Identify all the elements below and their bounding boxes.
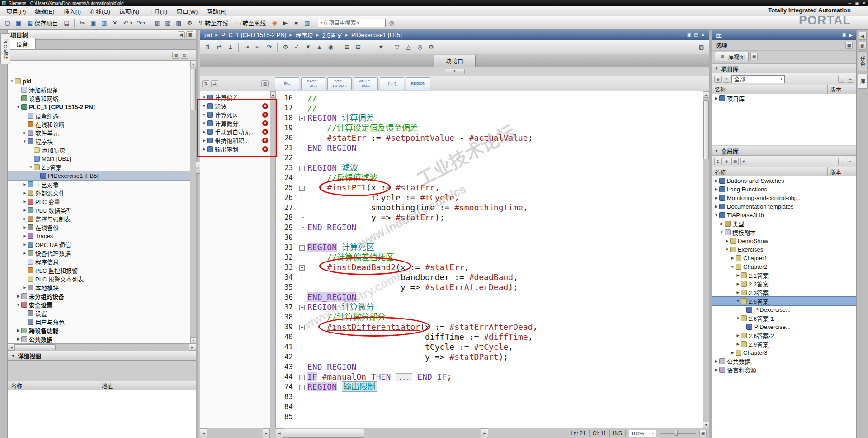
global-library-item[interactable]: ▶Monitoring-and-control-obj... xyxy=(712,194,856,202)
collapse-arrow-icon[interactable]: ▶ xyxy=(22,243,28,247)
collapse-arrow-icon[interactable]: ▶ xyxy=(22,131,28,135)
indent-icon[interactable]: ⇥ xyxy=(241,42,252,52)
project-tree-item[interactable]: ▶Traces xyxy=(8,232,192,240)
collapse-arrow-icon[interactable]: ▶ xyxy=(713,179,719,183)
comment-icon[interactable]: ≡ xyxy=(364,42,375,52)
goto-next-icon[interactable]: ↷ xyxy=(264,42,274,52)
code-line[interactable]: 34│ bandborder := #deadBand, xyxy=(276,272,703,282)
undo-icon-dropdown[interactable]: ▾ xyxy=(130,21,132,25)
favorites-icon[interactable]: ★ xyxy=(376,42,386,52)
project-tree-hscrollbar[interactable]: ◀ ▶ xyxy=(8,343,196,351)
region-item[interactable]: ▶带抗饱和积...✕ xyxy=(200,136,270,145)
scroll-up-icon[interactable]: ▲ xyxy=(703,91,709,98)
library-filter-select[interactable]: 全部▾ xyxy=(731,75,785,83)
global-library-item[interactable]: ▼2.5答案 xyxy=(712,297,856,305)
collapse-arrow-icon[interactable]: ▶ xyxy=(730,351,736,355)
print-icon[interactable]: ▤ xyxy=(61,18,71,28)
close-button[interactable]: ✕ xyxy=(862,1,866,5)
code-line[interactable]: 37−REGION 计算微分 xyxy=(276,302,703,312)
fold-collapse-icon[interactable]: − xyxy=(299,166,305,171)
swap-operands-icon[interactable]: ⇄ xyxy=(214,42,224,52)
project-tree-item[interactable]: ▼程序块 xyxy=(8,137,192,146)
breadcrumb-item-4[interactable]: PIDexercise1 [FB5] xyxy=(351,32,402,38)
close-editor-icon[interactable]: ✕ xyxy=(701,33,705,38)
menu-item-1[interactable]: 编辑(E) xyxy=(30,6,59,16)
scroll-left-icon[interactable]: ◀ xyxy=(8,344,15,351)
project-tree-scrollbar[interactable]: ▲ ▼ xyxy=(190,61,196,343)
expand-arrow-icon[interactable]: ▼ xyxy=(735,299,741,303)
project-tree-item[interactable]: ▶OPC UA 通信 xyxy=(8,240,192,249)
global-library-item[interactable]: ▼模板副本 xyxy=(712,228,856,237)
collapse-arrow-icon[interactable]: ▶ xyxy=(735,290,741,295)
fold-collapse-icon[interactable]: − xyxy=(299,116,305,121)
hide-panel-icon[interactable]: ◀ xyxy=(178,31,185,38)
collapse-arrow-icon[interactable]: ▶ xyxy=(713,196,719,200)
expand-arrow-icon[interactable]: ▼ xyxy=(201,121,207,125)
global-library-item[interactable]: ▶Chapter1 xyxy=(712,254,856,262)
region-item[interactable]: ▶手动到自动无...✕ xyxy=(200,128,270,136)
snippet-region[interactable]: REGION xyxy=(406,77,430,90)
fold-expand-icon[interactable]: + xyxy=(299,385,305,390)
save-project-button[interactable]: ▦保存项目 xyxy=(24,18,61,28)
library-view-button[interactable]: ▦ 库视图 xyxy=(715,52,749,61)
redo-icon[interactable]: ↷ xyxy=(134,18,144,28)
collapse-arrow-icon[interactable]: ▶ xyxy=(22,225,28,229)
insert-if-icon[interactable]: ⊞ xyxy=(342,42,352,52)
project-search-input[interactable] xyxy=(318,19,386,27)
collapse-arrow-icon[interactable]: ▶ xyxy=(22,286,28,290)
save-library-icon[interactable]: ▦ xyxy=(731,158,739,165)
cross-references-icon[interactable]: ▥ xyxy=(302,18,312,28)
snippet-if[interactable]: IF... xyxy=(275,77,299,90)
scrollbar-thumb[interactable] xyxy=(703,100,709,159)
collapse-arrow-icon[interactable]: ▶ xyxy=(719,222,725,226)
diagram-view-icon[interactable]: ▦ xyxy=(172,52,179,59)
expand-interface-icon[interactable]: ▼ xyxy=(445,69,465,74)
expand-arrow-icon[interactable]: ▼ xyxy=(201,113,207,117)
project-tree-item[interactable]: ▶PLC 变量 xyxy=(8,197,192,206)
splitter-handle[interactable]: ≋ xyxy=(196,162,200,174)
scroll-up-icon[interactable]: ▲ xyxy=(190,61,196,67)
code-line[interactable]: 39− #instDifferentiator(x := #statErrAft… xyxy=(276,322,703,332)
collapse-library-icon[interactable]: ⇤ xyxy=(847,158,854,165)
collapse-all-icon[interactable]: △ xyxy=(403,42,414,52)
code-line[interactable]: 16// xyxy=(276,93,703,103)
code-line[interactable]: 32│ //计算偏差值死区 xyxy=(276,252,703,262)
code-line[interactable]: 38│ //计算微分部分 xyxy=(276,312,703,322)
region-item[interactable]: ▼滤波✕ xyxy=(200,102,270,110)
project-tree-item[interactable]: ▶软件单元 xyxy=(8,129,192,137)
collapse-arrow-icon[interactable]: ▶ xyxy=(22,208,28,212)
collapse-arrow-icon[interactable]: ▶ xyxy=(713,205,719,209)
project-tree-item[interactable]: ▶跨设备功能 xyxy=(8,326,192,335)
project-tree-item[interactable]: ▶外部源文件 xyxy=(8,189,192,197)
go-offline-button[interactable]: ↮转至离线 xyxy=(232,18,269,28)
detail-column-address[interactable]: 地址 xyxy=(98,382,113,390)
scrollbar-thumb[interactable] xyxy=(283,429,364,438)
project-tree-item[interactable]: PIDexercise1 [FB5] xyxy=(8,171,192,180)
project-tree-item[interactable]: PLC 监控和报警 xyxy=(8,266,192,275)
fold-collapse-icon[interactable]: − xyxy=(299,186,305,191)
device-view-icon[interactable]: ▩ xyxy=(174,18,184,28)
global-library-item[interactable]: PIDexercise... xyxy=(712,323,856,331)
code-line[interactable]: 17// xyxy=(276,103,703,113)
code-line[interactable]: 42└ y => #statDPart); xyxy=(276,352,703,362)
region-item[interactable]: ▼计算死区✕ xyxy=(200,110,270,119)
code-line[interactable]: 31−REGION 计算死区 xyxy=(276,243,703,252)
project-tree-item[interactable]: 设备组态 xyxy=(8,111,192,120)
editor-settings-icon[interactable]: ⚙ xyxy=(426,42,436,52)
dock-editor-icon[interactable]: ▤ xyxy=(694,33,698,38)
stop-cpu-icon[interactable]: ■ xyxy=(291,18,301,28)
project-tree-item[interactable]: ▼PLC_1 [CPU 1515-2 PN] xyxy=(8,103,192,111)
block-interface-tab[interactable]: 块接口 xyxy=(434,55,476,67)
compile-block-icon[interactable]: ⚙ xyxy=(280,42,291,52)
collapse-arrow-icon[interactable]: ▶ xyxy=(22,191,28,195)
create-library-icon[interactable]: ⊕ xyxy=(723,158,730,165)
scroll-down-icon[interactable]: ▼ xyxy=(703,422,709,428)
global-library-item[interactable]: ▶2.2答案 xyxy=(712,280,856,288)
code-line[interactable]: 84 xyxy=(276,402,703,412)
code-scrollbar[interactable]: ▲ ▼ xyxy=(703,91,709,428)
check-consistency-icon[interactable]: ✓ xyxy=(292,42,302,52)
absolute-symbolic-icon[interactable]: ± xyxy=(225,42,236,52)
expand-arrow-icon[interactable]: ▼ xyxy=(15,303,21,307)
expand-panel-icon[interactable]: ▶ xyxy=(849,33,853,38)
collapse-arrow-icon[interactable]: ▶ xyxy=(15,328,21,333)
